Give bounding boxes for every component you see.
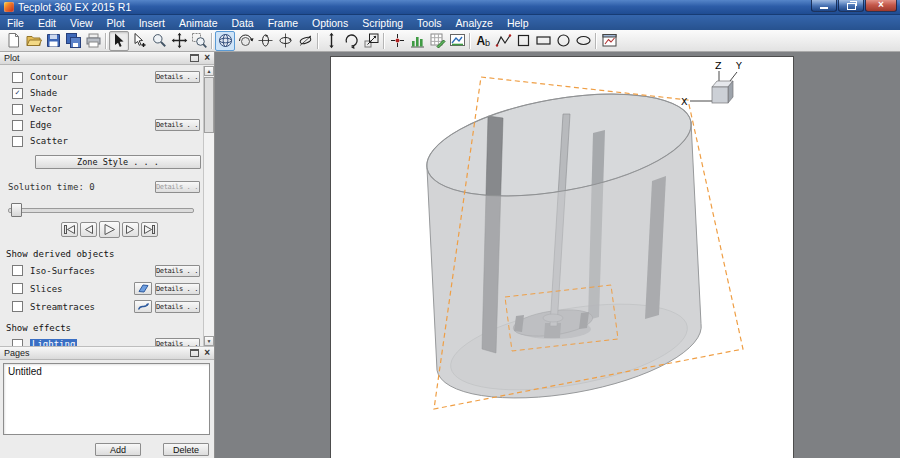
edge-details-button[interactable]: Details . . . [155,119,200,131]
menu-data[interactable]: Data [224,15,260,30]
restore-icon [847,3,856,10]
menu-analyze[interactable]: Analyze [449,15,500,30]
scatter-checkbox[interactable] [12,136,23,147]
derived-row-streamtraces: StreamtracesDetails . . . [0,299,204,314]
zoom-data-icon[interactable] [189,31,209,51]
solution-time-value: 0 [89,182,94,192]
menu-edit[interactable]: Edit [31,15,63,30]
lighting-details-button[interactable]: Details . . . [155,338,200,346]
adjuster-pointer-icon[interactable] [129,31,149,51]
streamtraces-checkbox[interactable] [12,301,23,312]
menu-scripting[interactable]: Scripting [355,15,410,30]
plot-3d-view[interactable]: X Z Y [331,57,793,457]
iso-surfaces-details-button[interactable]: Details . . . [155,265,200,277]
menu-options[interactable]: Options [305,15,355,30]
close-panel-icon[interactable]: × [204,348,210,358]
toolbar: Ab [0,30,900,52]
streamtraces-details-button[interactable]: Details . . . [155,301,200,313]
rotate-y-icon[interactable] [275,31,295,51]
scroll-down-button[interactable]: ▼ [204,336,214,346]
rectangle-tool-icon[interactable] [533,31,553,51]
float-panel-icon[interactable] [190,54,199,62]
toolbar-separator [469,33,471,49]
chart-tool-icon[interactable] [407,31,427,51]
jump-to-end-button[interactable] [141,222,158,237]
delete-page-button[interactable]: Delete [163,443,209,456]
contour-details-button[interactable]: Details . . . [155,71,200,83]
zoom-icon[interactable] [149,31,169,51]
iso-surfaces-checkbox[interactable] [12,265,23,276]
layer-row-shade: ✓Shade [0,86,204,100]
plot-panel-scrollbar[interactable]: ▲ ▼ [203,66,214,346]
slices-details-button[interactable]: Details . . . [155,283,200,295]
add-page-button[interactable]: Add [95,443,141,456]
pages-panel: Pages × Untitled Add Delete [0,346,214,458]
window-controls: × [811,0,897,12]
probe-tool-icon[interactable] [387,31,407,51]
page-list-item[interactable]: Untitled [4,365,209,378]
new-layout-icon[interactable] [3,31,23,51]
axis-label-z: Z [715,60,722,71]
jump-to-start-button[interactable] [61,222,78,237]
open-icon[interactable] [23,31,43,51]
titlebar[interactable]: Tecplot 360 EX 2015 R1 × [0,0,900,15]
close-button[interactable]: × [865,0,897,12]
slices-checkbox[interactable] [12,283,23,294]
menu-frame[interactable]: Frame [261,15,305,30]
select-pointer-icon[interactable] [109,31,129,51]
solution-time-label: Solution time: 0 [8,182,95,192]
streamtraces-tool-icon[interactable] [134,300,152,313]
snapshot-tool-icon[interactable] [447,31,467,51]
effects-heading: Show effects [6,323,204,333]
lighting-checkbox[interactable] [12,339,23,347]
menu-help[interactable]: Help [500,15,536,30]
menu-insert[interactable]: Insert [132,15,172,30]
edge-checkbox[interactable] [12,120,23,131]
minimize-button[interactable] [811,0,837,12]
rotate-tool-icon[interactable] [341,31,361,51]
polyline-tool-icon[interactable] [493,31,513,51]
menu-file[interactable]: File [0,15,31,30]
slices-tool-icon[interactable] [134,282,152,295]
pages-list[interactable]: Untitled [3,363,210,435]
ellipse-tool-icon[interactable] [573,31,593,51]
step-back-button[interactable] [80,222,97,237]
zone-style-button[interactable]: Zone Style . . . [35,155,201,169]
menu-animate[interactable]: Animate [172,15,225,30]
step-forward-button[interactable] [122,222,139,237]
save-all-icon[interactable] [63,31,83,51]
menu-tools[interactable]: Tools [410,15,449,30]
solution-time-slider[interactable] [8,203,194,215]
slider-thumb[interactable] [11,203,22,217]
rotate-spherical-icon[interactable] [215,31,235,51]
rotate-x-icon[interactable] [255,31,275,51]
vector-checkbox[interactable] [12,104,23,115]
scale-tool-icon[interactable] [361,31,381,51]
play-button[interactable] [99,221,120,238]
rotate-rollerball-icon[interactable] [235,31,255,51]
shade-checkbox[interactable]: ✓ [12,88,23,99]
close-panel-icon[interactable]: × [204,53,210,63]
save-icon[interactable] [43,31,63,51]
print-icon[interactable] [83,31,103,51]
restore-button[interactable] [838,0,864,12]
menu-view[interactable]: View [63,15,100,30]
layer-row-lighting: Lighting Details . . . [0,337,204,346]
square-tool-icon[interactable] [513,31,533,51]
float-panel-icon[interactable] [190,349,199,357]
circle-tool-icon[interactable] [553,31,573,51]
contour-label: Contour [30,72,68,82]
app-icon [4,2,14,12]
data-edit-tool-icon[interactable] [427,31,447,51]
menu-plot[interactable]: Plot [100,15,132,30]
scrollbar-thumb[interactable] [204,77,214,133]
text-tool-icon[interactable]: Ab [473,31,493,51]
plot-frame[interactable]: X Z Y [330,56,794,458]
create-frame-tool-icon[interactable] [599,31,619,51]
slider-track[interactable] [8,208,194,213]
rotate-z-icon[interactable] [295,31,315,51]
scroll-up-button[interactable]: ▲ [204,66,214,76]
contour-checkbox[interactable] [12,72,23,83]
fit-view-icon[interactable] [169,31,189,51]
translate-tool-icon[interactable] [321,31,341,51]
